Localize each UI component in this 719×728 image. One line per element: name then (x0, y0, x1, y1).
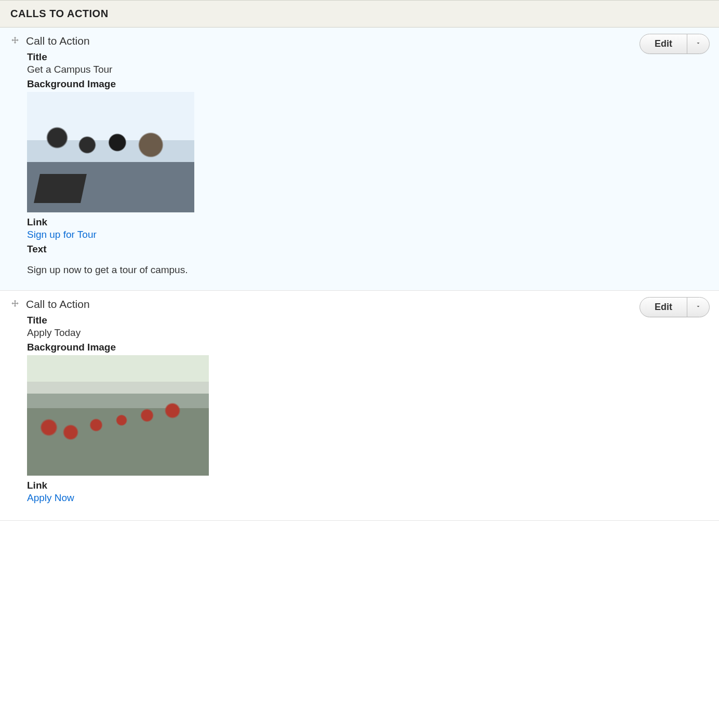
field-label-title: Title (27, 51, 710, 63)
field-value-link[interactable]: Sign up for Tour (27, 229, 710, 240)
background-image-thumbnail[interactable] (27, 355, 209, 476)
field-label-link: Link (27, 217, 710, 228)
field-value-text: Sign up now to get a tour of campus. (27, 264, 710, 276)
cta-fields: Title Apply Today Background Image Link … (27, 315, 710, 504)
section-header: CALLS TO ACTION (0, 0, 719, 28)
edit-button-group: Edit (640, 34, 710, 54)
section-title: CALLS TO ACTION (10, 8, 109, 19)
field-label-text: Text (27, 244, 710, 255)
field-label-bgimage: Background Image (27, 78, 710, 90)
cta-row-head: Call to Action (9, 35, 710, 47)
field-label-title: Title (27, 315, 710, 326)
edit-button-group: Edit (640, 297, 710, 317)
field-label-link: Link (27, 480, 710, 491)
cta-fields: Title Get a Campus Tour Background Image… (27, 51, 710, 276)
drag-handle-icon[interactable] (9, 299, 21, 310)
cta-heading: Call to Action (26, 298, 90, 311)
chevron-down-icon (695, 40, 701, 48)
edit-button[interactable]: Edit (640, 298, 687, 317)
field-value-link[interactable]: Apply Now (27, 492, 710, 504)
edit-dropdown-button[interactable] (687, 298, 709, 317)
cta-row-head: Call to Action (9, 298, 710, 311)
field-value-title: Get a Campus Tour (27, 64, 710, 75)
edit-dropdown-button[interactable] (687, 34, 709, 53)
cta-item: Call to Action Edit Title Apply Today Ba… (0, 291, 719, 521)
chevron-down-icon (695, 303, 701, 311)
background-image-thumbnail[interactable] (27, 92, 194, 212)
cta-heading: Call to Action (26, 35, 90, 47)
field-label-bgimage: Background Image (27, 342, 710, 353)
drag-handle-icon[interactable] (9, 35, 21, 47)
edit-button[interactable]: Edit (640, 34, 687, 53)
field-value-title: Apply Today (27, 327, 710, 339)
cta-item: Call to Action Edit Title Get a Campus T… (0, 28, 719, 291)
